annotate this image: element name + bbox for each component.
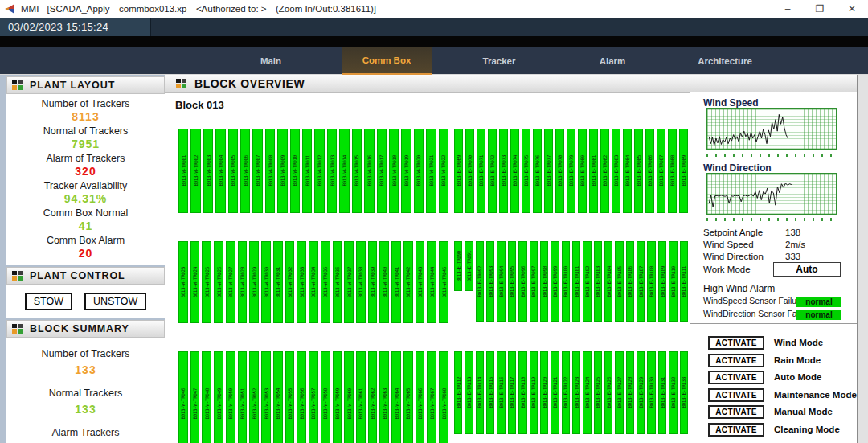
tracker-bar[interactable]: B013-W-TR021 [426, 129, 436, 213]
tracker-bar[interactable]: B013-W-TR039 [368, 241, 378, 323]
activate-button[interactable]: ACTIVATE [708, 354, 764, 367]
tracker-bar[interactable]: B013-E-TR115 [486, 351, 494, 434]
tracker-bar[interactable]: B013-E-TR111 [680, 241, 688, 322]
tracker-bar[interactable]: B013-E-TR095 [508, 241, 516, 322]
tracker-bar[interactable]: B013-E-TR083 [612, 129, 620, 213]
tracker-bar[interactable]: B013-W-TR061 [356, 351, 366, 443]
tracker-bar[interactable]: B013-W-TR059 [333, 351, 342, 443]
tracker-bar[interactable]: B013-E-TR091 [465, 241, 473, 291]
work-mode-select[interactable]: Auto [773, 262, 841, 277]
tracker-bar[interactable]: B013-W-TR035 [321, 241, 330, 323]
tracker-bar[interactable]: B013-W-TR067 [427, 351, 436, 443]
tracker-bar[interactable]: B013-W-TR027 [226, 241, 235, 323]
tracker-bar[interactable]: B013-W-TR044 [427, 241, 436, 323]
tracker-bar[interactable]: B013-E-TR099 [551, 241, 559, 322]
tracker-bar[interactable]: B013-W-TR024 [190, 241, 200, 323]
tracker-bar[interactable]: B013-W-TR016 [364, 129, 374, 213]
tracker-bar[interactable]: B013-W-TR042 [403, 241, 413, 323]
tracker-bar[interactable]: B013-E-TR071 [477, 129, 485, 213]
tracker-bar[interactable]: B013-E-TR078 [555, 129, 564, 213]
tracker-bar[interactable]: B013-E-TR084 [623, 129, 632, 213]
tracker-bar[interactable]: B013-E-TR130 [647, 351, 655, 434]
tracker-bar[interactable]: B013-W-TR066 [416, 351, 425, 443]
tracker-bar[interactable]: B013-W-TR058 [321, 351, 330, 443]
tracker-bar[interactable]: B013-E-TR125 [594, 351, 602, 434]
tracker-bar[interactable]: B013-W-TR022 [439, 129, 448, 213]
tab-alarm[interactable]: Alarm [567, 47, 657, 75]
tracker-bar[interactable]: B013-W-TR017 [377, 129, 387, 213]
activate-button[interactable]: ACTIVATE [708, 388, 764, 402]
tracker-bar[interactable]: B013-W-TR046 [178, 351, 188, 443]
tracker-bar[interactable]: B013-E-TR077 [544, 129, 553, 213]
tracker-bar[interactable]: B013-W-TR015 [352, 129, 362, 213]
tab-architecture[interactable]: Architecture [670, 47, 780, 75]
tracker-bar[interactable]: B013-E-TR092 [476, 241, 484, 322]
tracker-bar[interactable]: B013-W-TR006 [240, 129, 250, 213]
tracker-bar[interactable]: B013-W-TR054 [273, 351, 283, 443]
tracker-bar[interactable]: B013-E-TR072 [488, 129, 497, 213]
tracker-bar[interactable]: B013-E-TR122 [562, 351, 570, 434]
tracker-bar[interactable]: B013-E-TR117 [508, 351, 516, 434]
tracker-bar[interactable]: B013-E-TR112 [454, 351, 462, 434]
tracker-bar[interactable]: B013-W-TR037 [344, 241, 354, 323]
tracker-bar[interactable]: B013-E-TR070 [465, 129, 474, 213]
tracker-bar[interactable]: B013-E-TR102 [583, 241, 591, 322]
tracker-bar[interactable]: B013-W-TR055 [285, 351, 295, 443]
tracker-bar[interactable]: B013-E-TR082 [600, 129, 609, 213]
tracker-bar[interactable]: B013-W-TR031 [273, 241, 283, 323]
tracker-bar[interactable]: B013-W-TR053 [261, 351, 271, 443]
tracker-bar[interactable]: B013-E-TR118 [518, 351, 526, 434]
tracker-bar[interactable]: B013-E-TR086 [645, 129, 654, 213]
tracker-bar[interactable]: B013-W-TR002 [190, 129, 200, 213]
tracker-bar[interactable]: B013-E-TR121 [551, 351, 559, 434]
tracker-bar[interactable]: B013-W-TR001 [178, 129, 188, 213]
tracker-bar[interactable]: B013-E-TR073 [499, 129, 508, 213]
tracker-bar[interactable]: B013-W-TR020 [414, 129, 424, 213]
stow-button[interactable]: STOW [25, 293, 72, 310]
tracker-bar[interactable]: B013-W-TR052 [249, 351, 259, 443]
tracker-bar[interactable]: B013-W-TR057 [309, 351, 318, 443]
close-button[interactable]: ✕ [836, 0, 868, 18]
tracker-bar[interactable]: B013-W-TR003 [203, 129, 213, 213]
tracker-bar[interactable]: B013-E-TR100 [562, 241, 570, 322]
tracker-bar[interactable]: B013-W-TR028 [238, 241, 248, 323]
minimize-button[interactable]: – [772, 0, 804, 18]
tracker-bar[interactable]: B013-E-TR087 [657, 129, 665, 213]
tracker-bar[interactable]: B013-W-TR040 [379, 241, 389, 323]
tracker-bar[interactable]: B013-E-TR104 [604, 241, 612, 322]
tracker-bar[interactable]: B013-E-TR081 [589, 129, 598, 213]
tracker-bar[interactable]: B013-E-TR096 [518, 241, 526, 322]
activate-button[interactable]: ACTIVATE [708, 423, 764, 437]
tracker-bar[interactable]: B013-E-TR109 [658, 241, 666, 322]
tracker-bar[interactable]: B013-W-TR009 [277, 129, 287, 213]
tracker-bar[interactable]: B013-E-TR110 [669, 241, 677, 322]
tracker-bar[interactable]: B013-E-TR079 [567, 129, 575, 213]
tracker-bar[interactable]: B013-E-TR074 [510, 129, 519, 213]
tracker-bar[interactable]: B013-W-TR010 [290, 129, 300, 213]
tracker-bar[interactable]: B013-W-TR064 [391, 351, 401, 443]
activate-button[interactable]: ACTIVATE [708, 371, 764, 384]
tracker-bar[interactable]: B013-W-TR045 [439, 241, 448, 323]
tracker-bar[interactable]: B013-W-TR012 [314, 129, 324, 213]
tracker-bar[interactable]: B013-E-TR120 [540, 351, 548, 434]
tracker-bar[interactable]: B013-E-TR108 [647, 241, 655, 322]
tracker-bar[interactable]: B013-E-TR098 [540, 241, 548, 322]
tracker-bar[interactable]: B013-E-TR105 [615, 241, 623, 322]
tracker-bar[interactable]: B013-W-TR060 [344, 351, 354, 443]
tracker-bar[interactable]: B013-W-TR018 [389, 129, 399, 213]
tracker-bar[interactable]: B013-W-TR014 [339, 129, 349, 213]
tracker-bar[interactable]: B013-W-TR011 [302, 129, 312, 213]
tracker-bar[interactable]: B013-W-TR033 [297, 241, 306, 323]
activate-button[interactable]: ACTIVATE [708, 336, 764, 350]
tracker-bar[interactable]: B013-E-TR069 [454, 129, 463, 213]
tracker-bar[interactable]: B013-W-TR029 [249, 241, 259, 323]
tracker-bar[interactable]: B013-E-TR094 [497, 241, 505, 322]
restore-button[interactable]: ❐ [804, 0, 836, 18]
tracker-bar[interactable]: B013-W-TR041 [391, 241, 401, 323]
tracker-bar[interactable]: B013-W-TR019 [401, 129, 411, 213]
tracker-bar[interactable]: B013-E-TR101 [572, 241, 580, 322]
tab-tracker[interactable]: Tracker [454, 47, 544, 75]
tracker-bar[interactable]: B013-E-TR090 [454, 241, 462, 291]
tracker-bar[interactable]: B013-W-TR050 [226, 351, 235, 443]
tracker-bar[interactable]: B013-W-TR038 [356, 241, 366, 323]
